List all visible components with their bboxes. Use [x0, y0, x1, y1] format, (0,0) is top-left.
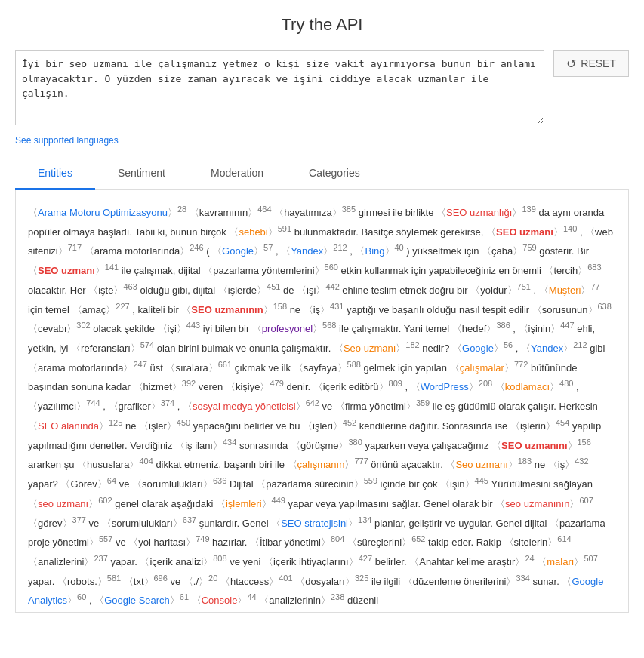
tabs-nav: Entities Sentiment Moderation Categories	[15, 158, 629, 190]
input-section: İyi bir seo uzmanı ile çalışmanız yetmez…	[15, 50, 629, 128]
tab-sentiment[interactable]: Sentiment	[95, 158, 188, 190]
tab-categories[interactable]: Categories	[286, 158, 383, 190]
textarea-wrapper: İyi bir seo uzmanı ile çalışmanız yetmez…	[15, 50, 544, 128]
see-languages-link[interactable]: See supported languages	[15, 135, 119, 146]
tab-entities[interactable]: Entities	[15, 158, 95, 190]
reset-button[interactable]: ↺ RESET	[553, 50, 629, 77]
tab-moderation[interactable]: Moderation	[188, 158, 286, 190]
page-title: Try the API	[15, 15, 629, 35]
reset-label: RESET	[581, 57, 616, 69]
api-input[interactable]: İyi bir seo uzmanı ile çalışmanız yetmez…	[15, 50, 544, 125]
entities-content: 〈Arama Motoru Optimizasyonu〉28 〈kavramın…	[15, 190, 629, 613]
reset-icon: ↺	[566, 57, 576, 71]
